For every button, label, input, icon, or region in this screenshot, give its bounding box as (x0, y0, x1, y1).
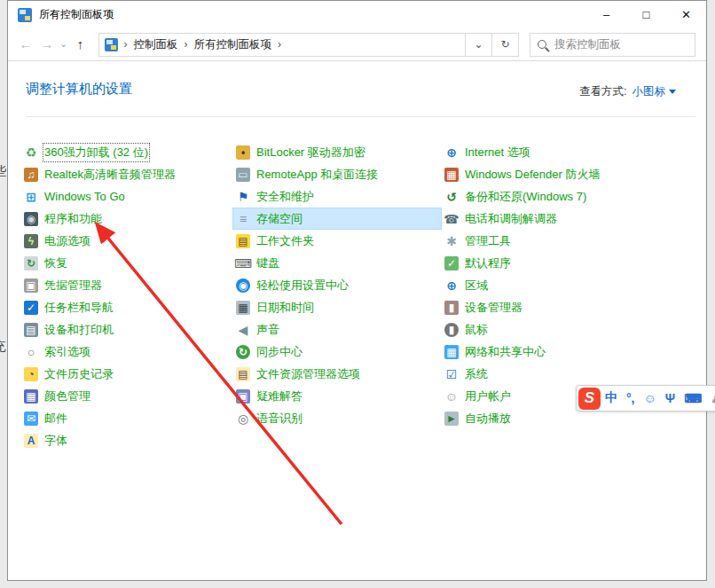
breadcrumb-separator-icon: › (185, 38, 188, 51)
panel-item[interactable]: ♫Realtek高清晰音频管理器 (20, 163, 230, 185)
panel-item[interactable]: ○索引选项 (20, 341, 230, 363)
panel-item[interactable]: ▦颜色管理 (20, 385, 230, 407)
back-button[interactable]: ← (15, 34, 36, 55)
panel-item[interactable]: ▦日期和时间 (232, 296, 442, 318)
panel-item[interactable]: ▤工作文件夹 (232, 230, 442, 252)
panel-item[interactable]: ▤设备和打印机 (20, 318, 230, 341)
panel-item[interactable]: ▭RemoteApp 和桌面连接 (232, 163, 442, 185)
minimize-button[interactable]: – (586, 1, 626, 28)
panel-item[interactable]: ✓默认程序 (441, 252, 700, 274)
breadcrumb-item-control-panel[interactable]: 控制面板 (134, 37, 178, 52)
default-programs-icon: ✓ (444, 256, 459, 270)
ime-toolbar[interactable]: S 中°,☺Ψ⌨♟ (576, 385, 715, 412)
panel-item[interactable]: ▤文件资源管理器选项 (232, 363, 442, 385)
mouse-icon: ▮ (444, 323, 459, 337)
panel-item-label: 电源选项 (44, 233, 90, 249)
punctuation-icon[interactable]: °, (622, 386, 640, 411)
panel-item-label: 字体 (44, 433, 67, 449)
forward-button[interactable]: → (36, 34, 58, 55)
window-controls: – □ ✕ (586, 1, 706, 28)
panel-item[interactable]: ◔文件历史记录 (20, 363, 230, 385)
panel-item[interactable]: ≡存储空间 (232, 208, 442, 230)
panel-item[interactable]: ☑系统 (441, 363, 700, 385)
color-management-icon: ▦ (24, 389, 38, 404)
backup-restore-icon: ↺ (444, 190, 459, 204)
keyboard-icon[interactable]: ⌨ (680, 386, 706, 411)
search-box[interactable] (530, 33, 695, 57)
programs-and-features-icon: ◉ (24, 212, 38, 226)
panel-item-label: 备份和还原(Windows 7) (465, 189, 586, 205)
emoji-icon[interactable]: ☺ (640, 386, 661, 411)
panel-item[interactable]: ✉邮件 (20, 407, 230, 429)
panel-item-label: 程序和功能 (44, 211, 102, 227)
maximize-button[interactable]: □ (626, 1, 666, 28)
panel-item[interactable]: A字体 (20, 429, 230, 451)
device-manager-icon: ▮ (444, 301, 459, 315)
search-input[interactable] (554, 38, 688, 51)
panel-item-label: 360强力卸载 (32 位) (44, 145, 148, 161)
panel-item[interactable]: ◉轻松使用设置中心 (232, 274, 442, 296)
internet-options-icon: ⊕ (444, 145, 459, 160)
panel-item[interactable]: ⊕Internet 选项 (441, 141, 700, 163)
panel-item-label: 设备和打印机 (44, 322, 114, 338)
panel-item-label: 存储空间 (256, 211, 302, 227)
breadcrumb-separator-icon: › (124, 38, 128, 51)
refresh-button[interactable]: ↻ (491, 34, 518, 56)
panel-item-label: 声音 (256, 322, 279, 338)
panel-item[interactable]: ◉程序和功能 (20, 208, 230, 230)
panel-item-label: Windows To Go (44, 190, 125, 203)
breadcrumb[interactable]: › 控制面板 › 所有控制面板项 › ⌄ ↻ (98, 33, 519, 57)
microphone-icon[interactable]: Ψ (661, 386, 680, 411)
panel-item-label: 凭据管理器 (44, 278, 102, 294)
panel-item[interactable]: ▮设备管理器 (441, 296, 700, 318)
windows-to-go-icon: ⊞ (24, 190, 38, 204)
chinese-mode-icon[interactable]: 中 (601, 386, 622, 411)
search-icon (538, 40, 546, 49)
file-history-icon: ◔ (24, 367, 38, 381)
panel-item[interactable]: ⊞Windows To Go (20, 185, 230, 208)
items-column-2: •BitLocker 驱动器加密▭RemoteApp 和桌面连接⚑安全和维护≡存… (232, 141, 442, 429)
close-button[interactable]: ✕ (666, 1, 706, 28)
panel-item[interactable]: ♻360强力卸载 (32 位) (20, 141, 230, 163)
panel-item[interactable]: ⊕区域 (441, 274, 700, 296)
toolbox-icon[interactable]: ♟ (706, 386, 715, 411)
panel-item[interactable]: ↻同步中心 (232, 341, 442, 363)
items-column-1: ♻360强力卸载 (32 位)♫Realtek高清晰音频管理器⊞Windows … (20, 141, 230, 451)
panel-item-label: RemoteApp 和桌面连接 (256, 167, 378, 183)
panel-item-label: 自动播放 (465, 411, 511, 427)
panel-item[interactable]: ▮鼠标 (441, 318, 700, 341)
background-text-fragment: 充 (0, 338, 6, 355)
page-title: 调整计算机的设置 (26, 81, 132, 98)
up-button[interactable]: ↑ (70, 34, 91, 55)
view-by-dropdown[interactable]: 小图标 (632, 84, 677, 99)
address-dropdown-button[interactable]: ⌄ (465, 34, 491, 56)
panel-item[interactable]: ↺备份和还原(Windows 7) (441, 185, 700, 208)
panel-item[interactable]: •BitLocker 驱动器加密 (232, 141, 442, 163)
ime-buttons: 中°,☺Ψ⌨♟ (601, 386, 715, 411)
panel-item[interactable]: ✓任务栏和导航 (20, 296, 230, 318)
autoplay-icon: ► (444, 412, 459, 426)
panel-item[interactable]: ◀声音 (232, 318, 442, 341)
panel-item[interactable]: ▣凭据管理器 (20, 274, 230, 296)
panel-item[interactable]: ☎电话和调制解调器 (441, 208, 700, 230)
sogou-logo-icon[interactable]: S (578, 388, 601, 410)
panel-item[interactable]: ▣疑难解答 (232, 385, 442, 407)
view-by-value: 小图标 (632, 84, 666, 99)
panel-item[interactable]: ↻恢复 (20, 252, 230, 274)
titlebar[interactable]: 所有控制面板项 – □ ✕ (8, 1, 706, 28)
panel-item[interactable]: ϟ电源选项 (20, 230, 230, 252)
panel-item[interactable]: ▦网络和共享中心 (441, 341, 700, 363)
breadcrumb-control-panel-icon (105, 38, 118, 51)
panel-item[interactable]: ◎语音识别 (232, 407, 442, 429)
panel-item[interactable]: ⚑安全和维护 (232, 185, 442, 208)
date-time-icon: ▦ (236, 301, 250, 315)
panel-item-label: BitLocker 驱动器加密 (256, 145, 365, 161)
panel-item[interactable]: ▦Windows Defender 防火墙 (441, 163, 700, 185)
breadcrumb-item-all-items[interactable]: 所有控制面板项 (194, 37, 272, 52)
view-by-control: 查看方式: 小图标 (579, 84, 676, 99)
bitlocker-icon: • (236, 145, 250, 160)
panel-item[interactable]: ⌨键盘 (232, 252, 442, 274)
recent-pages-chevron-icon[interactable]: ⌄ (58, 34, 70, 55)
panel-item[interactable]: ✱管理工具 (441, 230, 700, 252)
panel-item-label: 安全和维护 (256, 189, 314, 205)
